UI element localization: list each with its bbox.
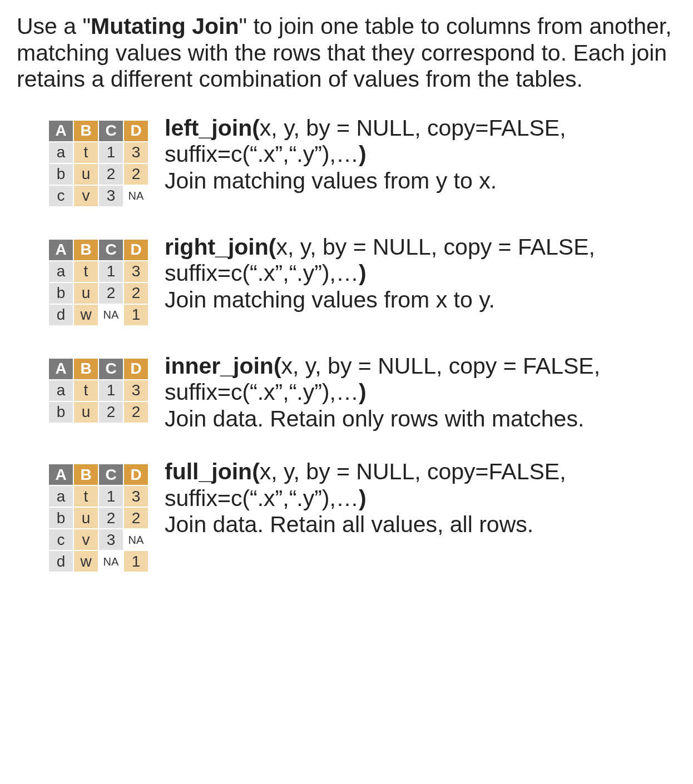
cell: d (48, 550, 73, 572)
sig-close: ) (359, 485, 367, 511)
join-description: left_join(x, y, by = NULL, copy=FALSE, s… (165, 115, 676, 195)
col-header: D (123, 239, 148, 261)
sig-open: ( (274, 353, 281, 379)
cell: w (73, 550, 98, 572)
join-section-left_join: ABCDat13bu22cv3NAleft_join(x, y, by = NU… (17, 115, 676, 207)
col-header: B (73, 358, 98, 380)
function-name: left_join (165, 115, 252, 141)
cell: 1 (123, 550, 148, 572)
sig-open: ( (252, 115, 260, 141)
cell: 3 (98, 529, 123, 550)
col-header: D (123, 358, 148, 380)
join-description: full_join(x, y, by = NULL, copy=FALSE, s… (165, 459, 676, 538)
function-name: right_join (165, 234, 269, 260)
cell: 2 (98, 163, 123, 185)
cell: u (73, 282, 98, 304)
cell: a (48, 261, 73, 282)
cell: 2 (123, 163, 148, 185)
cell: 2 (98, 282, 123, 304)
join-description: inner_join(x, y, by = NULL, copy = FALSE… (165, 353, 676, 433)
col-header: B (73, 239, 98, 261)
cell: v (73, 529, 98, 550)
cell: 2 (98, 507, 123, 529)
explanation: Join matching values from x to y. (165, 287, 676, 314)
col-header: C (98, 358, 123, 380)
explanation: Join data. Retain all values, all rows. (165, 512, 676, 538)
explanation: Join data. Retain only rows with matches… (165, 406, 676, 433)
cell: NA (98, 304, 123, 326)
cell: u (73, 163, 98, 185)
cell: 3 (98, 185, 123, 207)
cell: a (48, 485, 73, 507)
join-section-right_join: ABCDat13bu22dwNA1right_join(x, y, by = N… (17, 234, 676, 326)
cell: b (48, 507, 73, 529)
cell: a (48, 380, 73, 401)
cell: 3 (123, 485, 148, 507)
col-header: C (98, 120, 123, 142)
cell: NA (98, 550, 123, 572)
sig-close: ) (359, 141, 367, 167)
cell: u (73, 401, 98, 423)
join-table: ABCDat13bu22 (48, 358, 149, 424)
cell: t (73, 380, 98, 401)
cell: b (48, 401, 73, 423)
cell: 1 (98, 485, 123, 507)
cell: 2 (98, 401, 123, 423)
cell: 1 (98, 261, 123, 282)
cell: NA (123, 185, 148, 207)
cell: a (48, 142, 73, 163)
cell: t (73, 261, 98, 282)
col-header: A (48, 120, 73, 142)
cell: 1 (123, 304, 148, 326)
cell: 2 (123, 401, 148, 423)
cell: NA (123, 529, 148, 550)
join-section-full_join: ABCDat13bu22cv3NAdwNA1full_join(x, y, by… (17, 459, 676, 573)
cell: 1 (98, 142, 123, 163)
cell: 2 (123, 507, 148, 529)
cell: d (48, 304, 73, 326)
cell: t (73, 142, 98, 163)
col-header: B (73, 464, 98, 485)
sig-open: ( (269, 234, 276, 260)
intro-pre: Use a " (17, 13, 91, 39)
join-description: right_join(x, y, by = NULL, copy = FALSE… (165, 234, 676, 314)
sig-open: ( (252, 459, 260, 484)
join-table: ABCDat13bu22cv3NA (48, 120, 149, 207)
intro-text: Use a "Mutating Join" to join one table … (17, 13, 676, 93)
function-name: full_join (165, 459, 252, 484)
cell: 3 (123, 380, 148, 401)
col-header: C (98, 464, 123, 485)
col-header: B (73, 120, 98, 142)
cell: u (73, 507, 98, 529)
join-table: ABCDat13bu22dwNA1 (48, 239, 149, 326)
cell: c (48, 529, 73, 550)
cell: 1 (98, 380, 123, 401)
col-header: A (48, 464, 73, 485)
join-section-inner_join: ABCDat13bu22inner_join(x, y, by = NULL, … (17, 353, 676, 433)
col-header: D (123, 464, 148, 485)
function-name: inner_join (165, 353, 274, 379)
join-table: ABCDat13bu22cv3NAdwNA1 (48, 463, 149, 573)
cell: 3 (123, 261, 148, 282)
col-header: A (48, 239, 73, 261)
col-header: C (98, 239, 123, 261)
col-header: A (48, 358, 73, 380)
cell: w (73, 304, 98, 326)
cell: t (73, 485, 98, 507)
cell: c (48, 185, 73, 207)
cell: b (48, 163, 73, 185)
intro-bold: Mutating Join (91, 13, 239, 39)
col-header: D (123, 120, 148, 142)
cell: 3 (123, 142, 148, 163)
sig-close: ) (359, 260, 367, 286)
cell: b (48, 282, 73, 304)
cell: 2 (123, 282, 148, 304)
cell: v (73, 185, 98, 207)
explanation: Join matching values from y to x. (165, 168, 676, 195)
sig-close: ) (359, 379, 367, 405)
